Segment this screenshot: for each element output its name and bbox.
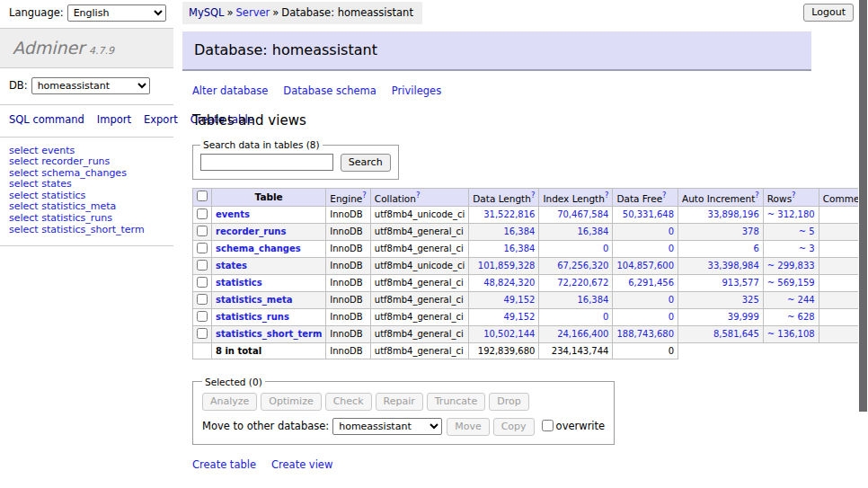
cell-data-length: 49,152	[469, 291, 539, 308]
help-link-rows[interactable]: ?	[792, 191, 796, 200]
cell-engine: InnoDB	[326, 240, 371, 257]
scrollbar-thumb[interactable]	[859, 0, 867, 412]
repair-button[interactable]: Repair	[376, 393, 423, 411]
row-check-cell	[193, 257, 212, 274]
column-header-data-length: Data Length?	[469, 189, 539, 207]
cell-data-length: 16,384	[469, 240, 539, 257]
row-check-cell	[193, 240, 212, 257]
tables-list-body: eventsInnoDButf8mb4_unicode_ci31,522,816…	[193, 206, 868, 359]
drop-button[interactable]: Drop	[489, 393, 528, 411]
sidebar-link-export[interactable]: Export	[144, 113, 178, 126]
cell-data-length: 31,522,816	[469, 206, 539, 223]
row-checkbox-statistics[interactable]	[197, 277, 208, 288]
help-marker: ?	[416, 191, 421, 200]
row-check-cell	[193, 223, 212, 240]
app-name: Adminer	[13, 38, 84, 58]
total-empty-cell	[763, 342, 819, 359]
column-header-engine: Engine?	[326, 189, 371, 207]
cell-data-free: 0	[613, 223, 678, 240]
move-db-select[interactable]: homeassistant	[332, 418, 442, 435]
row-check-cell	[193, 274, 212, 291]
table-link-statistics[interactable]: statistics	[216, 278, 262, 288]
db-select[interactable]: homeassistant	[31, 77, 150, 94]
link-database-schema[interactable]: Database schema	[283, 84, 376, 97]
breadcrumb-server[interactable]: Server	[236, 6, 270, 19]
analyze-button[interactable]: Analyze	[202, 393, 257, 411]
cell-collation: utf8mb4_general_ci	[370, 223, 468, 240]
cell-collation: utf8mb4_unicode_ci	[370, 257, 468, 274]
breadcrumb-mysql[interactable]: MySQL	[189, 6, 225, 19]
help-link-index-length[interactable]: ?	[605, 191, 609, 200]
cell-rows: ~ 136,108	[763, 325, 819, 342]
link-create-view[interactable]: Create view	[271, 458, 332, 471]
table-link-statistics_runs[interactable]: statistics_runs	[216, 312, 289, 322]
help-link-auto-increment[interactable]: ?	[755, 191, 759, 200]
row-checkbox-events[interactable]	[197, 209, 208, 219]
link-alter-database[interactable]: Alter database	[192, 84, 268, 97]
search-button[interactable]: Search	[341, 154, 391, 172]
copy-button[interactable]: Copy	[493, 418, 535, 436]
row-checkbox-statistics_runs[interactable]	[197, 311, 208, 322]
cell-auto-increment: 378	[678, 223, 764, 240]
cell-engine: InnoDB	[326, 325, 371, 342]
cell-auto-increment: 913,577	[678, 274, 764, 291]
table-link-events[interactable]: events	[216, 209, 250, 219]
help-link-engine[interactable]: ?	[362, 191, 367, 200]
cell-rows: ~ 569,159	[763, 274, 819, 291]
cell-data-free: 6,291,456	[613, 274, 678, 291]
cell-table-name: recorder_runs	[212, 223, 326, 240]
sidebar-select-statistics_short_term[interactable]: select statistics_short_term	[9, 225, 164, 236]
sidebar-link-import[interactable]: Import	[97, 113, 131, 126]
cell-rows: ~ 5	[763, 223, 819, 240]
search-legend: Search data in tables (8)	[200, 139, 323, 150]
cell-collation: utf8mb4_unicode_ci	[370, 206, 468, 223]
cell-index-length: 67,256,320	[539, 257, 613, 274]
help-link-data-length[interactable]: ?	[531, 191, 536, 200]
select-all-checkbox[interactable]	[197, 191, 208, 201]
help-link-collation[interactable]: ?	[416, 191, 421, 200]
optimize-button[interactable]: Optimize	[261, 393, 321, 411]
header-row: TableEngine?Collation?Data Length?Index …	[193, 189, 868, 207]
row-checkbox-schema_changes[interactable]	[197, 243, 208, 253]
cell-index-length: 70,467,584	[539, 206, 613, 223]
sidebar-action-links: SQL commandImportExportCreate table	[0, 105, 173, 138]
column-header-data-free: Data Free?	[613, 189, 678, 207]
sidebar-select-states[interactable]: select states	[9, 179, 164, 191]
overwrite-checkbox[interactable]	[542, 420, 554, 431]
link-create-table[interactable]: Create table	[192, 458, 256, 471]
table-link-schema_changes[interactable]: schema_changes	[216, 244, 301, 253]
cell-data-length: 10,502,144	[469, 325, 539, 342]
table-link-recorder_runs[interactable]: recorder_runs	[216, 226, 286, 236]
language-select[interactable]: English	[67, 4, 166, 22]
move-button[interactable]: Move	[447, 418, 490, 436]
cell-data-free: 104,857,600	[613, 257, 678, 274]
cell-rows: ~ 312,180	[763, 206, 819, 223]
help-marker: ?	[605, 191, 609, 200]
cell-data-free: 0	[613, 291, 678, 308]
link-privileges[interactable]: Privileges	[392, 84, 441, 97]
row-checkbox-statistics_short_term[interactable]	[197, 328, 208, 339]
row-checkbox-states[interactable]	[197, 260, 208, 271]
selected-buttons: AnalyzeOptimizeCheckRepairTruncateDrop	[202, 393, 605, 411]
table-row-recorder_runs: recorder_runsInnoDButf8mb4_general_ci16,…	[193, 223, 868, 240]
cell-auto-increment: 33,398,984	[678, 257, 764, 274]
scrollbar[interactable]	[858, 0, 868, 488]
row-checkbox-statistics_meta[interactable]	[197, 294, 208, 305]
app-version: 4.7.9	[89, 45, 114, 57]
tables-list-table: TableEngine?Collation?Data Length?Index …	[192, 188, 868, 359]
table-link-states[interactable]: states	[216, 261, 247, 271]
row-checkbox-recorder_runs[interactable]	[197, 226, 208, 236]
sidebar-select-statistics_runs[interactable]: select statistics_runs	[9, 213, 164, 225]
sidebar-link-sql-command[interactable]: SQL command	[9, 113, 84, 126]
truncate-button[interactable]: Truncate	[427, 393, 485, 411]
table-link-statistics_meta[interactable]: statistics_meta	[216, 295, 292, 305]
cell-auto-increment: 33,898,196	[678, 206, 764, 223]
column-header-auto-increment: Auto Increment?	[678, 189, 764, 207]
cell-auto-increment: 325	[678, 291, 764, 308]
cell-data-length: 49,152	[469, 308, 539, 325]
sidebar-select-recorder_runs[interactable]: select recorder_runs	[9, 156, 164, 168]
search-input[interactable]	[200, 154, 333, 171]
table-link-statistics_short_term[interactable]: statistics_short_term	[216, 329, 322, 339]
check-button[interactable]: Check	[325, 393, 372, 411]
help-link-data-free[interactable]: ?	[662, 191, 667, 200]
